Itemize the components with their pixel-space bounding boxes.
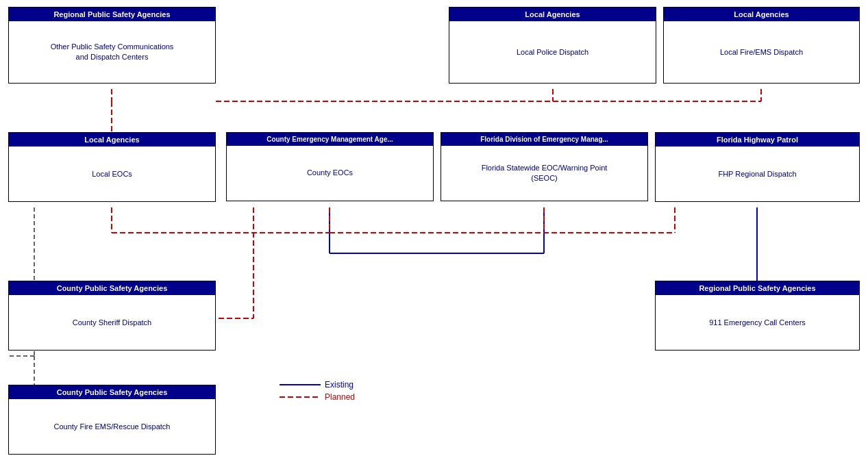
- node-county-fire-header: County Public Safety Agencies: [9, 385, 215, 399]
- node-county-eocs: County Emergency Management Age... Count…: [226, 132, 434, 201]
- node-county-sheriff-header: County Public Safety Agencies: [9, 281, 215, 295]
- node-local-police-header: Local Agencies: [449, 8, 656, 21]
- node-county-fire: County Public Safety Agencies County Fir…: [8, 385, 216, 455]
- diagram-container: Regional Public Safety Agencies Other Pu…: [0, 0, 868, 471]
- planned-label: Planned: [325, 392, 355, 402]
- node-regional-911-header: Regional Public Safety Agencies: [656, 281, 859, 295]
- legend: Existing Planned: [280, 380, 355, 405]
- node-regional-911-body: 911 Emergency Call Centers: [656, 295, 859, 350]
- node-local-fire-header: Local Agencies: [664, 8, 859, 21]
- node-county-eocs-header: County Emergency Management Age...: [227, 133, 433, 146]
- node-local-eocs-body: Local EOCs: [9, 147, 215, 201]
- node-county-fire-body: County Fire EMS/Rescue Dispatch: [9, 399, 215, 454]
- node-county-sheriff-body: County Sheriff Dispatch: [9, 295, 215, 350]
- node-regional-other-body: Other Public Safety Communicationsand Di…: [9, 21, 215, 83]
- node-fhp: Florida Highway Patrol FHP Regional Disp…: [655, 132, 860, 202]
- node-local-police: Local Agencies Local Police Dispatch: [449, 7, 656, 84]
- node-regional-other: Regional Public Safety Agencies Other Pu…: [8, 7, 216, 84]
- node-local-fire: Local Agencies Local Fire/EMS Dispatch: [663, 7, 860, 84]
- node-local-fire-body: Local Fire/EMS Dispatch: [664, 21, 859, 83]
- node-local-eocs: Local Agencies Local EOCs: [8, 132, 216, 202]
- node-local-police-body: Local Police Dispatch: [449, 21, 656, 83]
- node-local-eocs-header: Local Agencies: [9, 133, 215, 147]
- node-regional-911: Regional Public Safety Agencies 911 Emer…: [655, 281, 860, 351]
- planned-line-sample: [280, 396, 321, 398]
- node-fhp-body: FHP Regional Dispatch: [656, 147, 859, 201]
- existing-line-sample: [280, 384, 321, 385]
- legend-existing: Existing: [280, 380, 355, 390]
- node-county-sheriff: County Public Safety Agencies County She…: [8, 281, 216, 351]
- node-florida-seoc-body: Florida Statewide EOC/Warning Point(SEOC…: [441, 146, 647, 201]
- node-florida-seoc: Florida Division of Emergency Manag... F…: [441, 132, 648, 201]
- existing-label: Existing: [325, 380, 354, 390]
- node-fhp-header: Florida Highway Patrol: [656, 133, 859, 147]
- node-regional-other-header: Regional Public Safety Agencies: [9, 8, 215, 21]
- node-county-eocs-body: County EOCs: [227, 146, 433, 201]
- node-florida-seoc-header: Florida Division of Emergency Manag...: [441, 133, 647, 146]
- legend-planned: Planned: [280, 392, 355, 402]
